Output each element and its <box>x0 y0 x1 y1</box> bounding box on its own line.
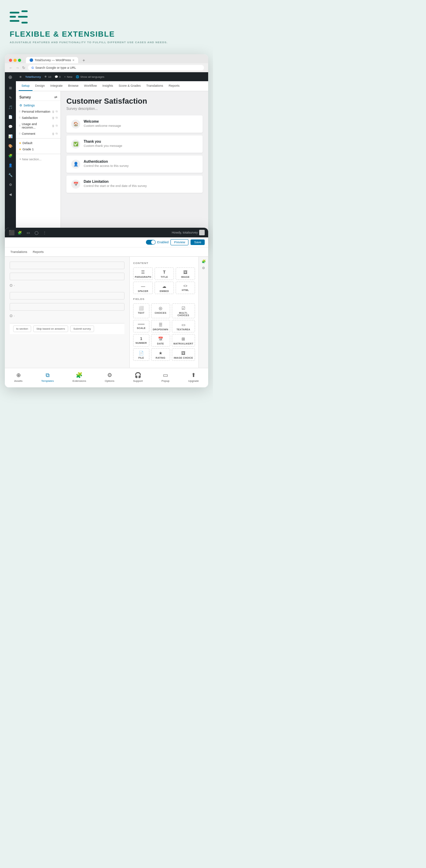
field-item-multi-choices[interactable]: ☑ MULTI-CHOICES <box>172 303 195 318</box>
field-item-textarea[interactable]: ▭ TEXTAREA <box>172 320 195 332</box>
languages-topbar[interactable]: 🌐 Show all languages <box>76 75 104 78</box>
wp-pages-icon[interactable]: 📄 <box>7 114 13 120</box>
reload-button[interactable]: ↻ <box>22 66 25 70</box>
wp-appearance-icon[interactable]: 🎨 <box>7 143 13 149</box>
site-name-topbar[interactable]: TotalSurvey <box>25 75 41 78</box>
save-button[interactable]: Save <box>191 239 205 245</box>
field-item-dropdown[interactable]: ☰ DROPDOWN <box>151 320 170 332</box>
dot-yellow[interactable] <box>13 59 17 62</box>
field-item-rating[interactable]: ★ RATING <box>151 348 170 361</box>
field-item-choices[interactable]: ◎ CHOICES <box>151 303 170 318</box>
wp-logo-icon[interactable]: ⊕ <box>8 74 12 80</box>
wp-settings-icon[interactable]: ⚙ <box>7 181 13 188</box>
skip-based-button[interactable]: Skip based on answers <box>33 326 68 332</box>
field-item-text[interactable]: ⬜ TEXT <box>133 303 149 318</box>
tab-browse[interactable]: Browse <box>65 81 81 91</box>
content-item-paragraph[interactable]: ☰ PARAGRAPH <box>133 267 153 280</box>
content-item-title[interactable]: T TITLE <box>155 267 174 280</box>
content-panel: CONTENT ☰ PARAGRAPH T TITLE 🖼 <box>129 257 198 368</box>
form-input-3[interactable] <box>10 292 124 300</box>
section-personal-information[interactable]: ⠿ Personal information 🗑 ⧉ <box>16 108 61 115</box>
circle-icon[interactable]: ◯ <box>33 229 39 236</box>
submit-survey-button[interactable]: Submit survey <box>70 326 94 332</box>
wp-survey-icon[interactable]: 📊 <box>7 133 13 139</box>
delete-comment-icon[interactable]: 🗑 <box>52 132 55 135</box>
browser-tab[interactable]: 🔵 TotalSurvey — WordPress ✕ <box>26 57 78 63</box>
nav-assets[interactable]: ⊕ Assets <box>14 372 22 383</box>
new-tab-button[interactable]: + <box>81 58 86 63</box>
tab-translations-overlay[interactable]: Translations <box>8 247 30 256</box>
tab-reports-overlay[interactable]: Reports <box>30 247 47 256</box>
dot-red[interactable] <box>9 59 12 62</box>
section-grade1[interactable]: ★ Grade 1 <box>16 146 61 152</box>
tab-reports[interactable]: Reports <box>166 81 183 91</box>
tab-design[interactable]: Design <box>33 81 48 91</box>
wp-logo-topbar[interactable]: ⊕ <box>19 75 22 78</box>
enabled-toggle[interactable] <box>146 240 156 245</box>
dots-menu-icon[interactable]: ⋮ <box>41 229 48 236</box>
panel-toggle-icon[interactable]: ⇄ <box>54 95 57 99</box>
wp-users-icon[interactable]: 👤 <box>7 162 13 168</box>
nav-options[interactable]: ⚙ Options <box>105 372 114 383</box>
url-bar[interactable]: G Search Google or type a URL <box>28 65 204 70</box>
tab-translations[interactable]: Translations <box>143 81 166 91</box>
tab-insights[interactable]: Insights <box>100 81 116 91</box>
form-input-2[interactable] <box>10 273 124 280</box>
tab-score-grades[interactable]: Score & Grades <box>116 81 143 91</box>
field-item-scale[interactable]: ═══ SCALE <box>133 320 149 332</box>
svg-rect-1 <box>21 10 28 12</box>
field-item-number[interactable]: 1 NUMBER <box>133 334 149 347</box>
wp-comments-icon[interactable]: 💬 <box>7 123 13 130</box>
wp-collapse-icon[interactable]: ◀ <box>7 191 13 197</box>
new-section-button[interactable]: + New section... <box>16 155 61 163</box>
new-topbar[interactable]: + New <box>64 75 73 78</box>
forward-button[interactable]: → <box>16 66 19 70</box>
nav-extensions[interactable]: 🧩 Extensions <box>73 372 86 383</box>
radio-dot-2 <box>10 314 12 317</box>
form-input-4[interactable] <box>10 303 124 311</box>
dot-green[interactable] <box>18 59 21 62</box>
to-section-button[interactable]: to section <box>13 326 31 332</box>
nav-support[interactable]: 🎧 Support <box>133 372 143 383</box>
field-item-file[interactable]: 📄 FILE <box>133 348 149 361</box>
field-item-date[interactable]: 📅 DATE <box>151 334 170 347</box>
comments-topbar[interactable]: 💬 0 <box>55 75 61 78</box>
wp-plugins-icon[interactable]: 🧩 <box>7 152 13 159</box>
form-input-1[interactable] <box>10 262 124 269</box>
wp-media-icon[interactable]: 🎵 <box>7 104 13 110</box>
puzzle-icon[interactable]: 🧩 <box>17 229 23 236</box>
tab-close-icon[interactable]: ✕ <box>72 59 75 62</box>
nav-popup[interactable]: ▭ Popup <box>161 372 169 383</box>
copy-usage-icon[interactable]: ⧉ <box>56 124 58 128</box>
section-usage[interactable]: ⠿ Usage and recomm... 🗑 ⧉ <box>16 121 61 131</box>
tab-setup[interactable]: Setup <box>19 81 33 91</box>
preview-button[interactable]: Preview <box>170 239 188 245</box>
settings-item[interactable]: ⚙ Settings <box>16 102 61 108</box>
content-item-embed[interactable]: ☁ EMBED <box>155 282 174 294</box>
field-item-image-choice[interactable]: 🖼 IMAGE CHOICE <box>172 348 195 361</box>
content-item-spacer[interactable]: — SPACER <box>133 282 153 294</box>
nav-templates[interactable]: ⧉ Templates <box>41 372 54 383</box>
back-button[interactable]: ← <box>9 66 13 70</box>
content-item-image[interactable]: 🖼 IMAGE <box>176 267 195 280</box>
section-default[interactable]: ★ Default <box>16 140 61 146</box>
content-item-html[interactable]: <> HTML <box>176 282 195 294</box>
tab-workflow[interactable]: Workflow <box>81 81 100 91</box>
section-satisfaction[interactable]: ⠿ Satisfaction 🗑 ⧉ <box>16 115 61 121</box>
window-icon[interactable]: ▭ <box>25 229 31 236</box>
section-comment[interactable]: ⠿ Comment 🗑 ⧉ <box>16 131 61 137</box>
extensions-side-icon[interactable]: 🧩 <box>202 260 206 263</box>
wp-tools-icon[interactable]: 🔧 <box>7 172 13 178</box>
delete-satisfaction-icon[interactable]: 🗑 <box>52 116 55 120</box>
field-item-matrix[interactable]: ⊞ MATRIX/LIKERT <box>172 334 195 347</box>
nav-upgrade[interactable]: ⬆ Upgrade <box>188 372 199 383</box>
delete-personal-icon[interactable]: 🗑 <box>52 110 55 113</box>
copy-satisfaction-icon[interactable]: ⧉ <box>56 116 58 120</box>
copy-personal-icon[interactable]: ⧉ <box>56 110 58 113</box>
wp-dashboard-icon[interactable]: ⊞ <box>7 85 13 91</box>
wp-posts-icon[interactable]: ✎ <box>7 94 13 101</box>
tab-integrate[interactable]: Integrate <box>48 81 66 91</box>
delete-usage-icon[interactable]: 🗑 <box>52 124 55 128</box>
options-side-icon[interactable]: ⚙ <box>202 266 205 270</box>
copy-comment-icon[interactable]: ⧉ <box>56 132 58 135</box>
